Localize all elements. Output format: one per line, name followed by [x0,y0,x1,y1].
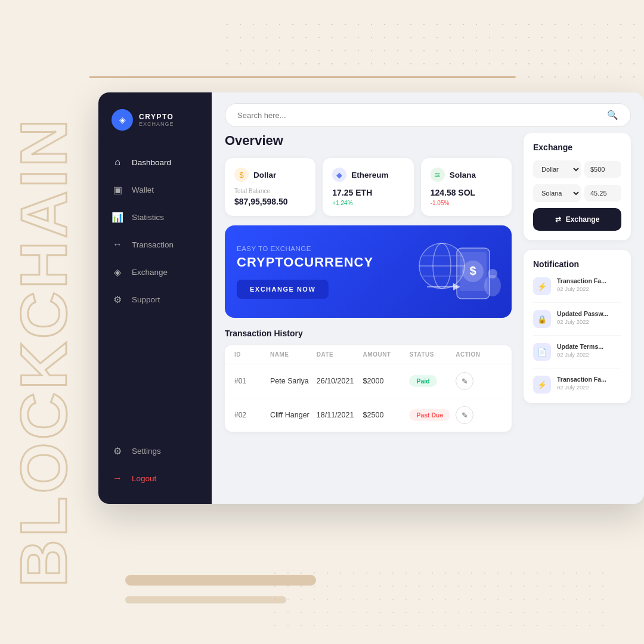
banner-tag: Easy to Exchange [237,245,373,252]
exchange-now-button[interactable]: EXCHANGE NOW [237,280,329,299]
card-label: Total Balance [234,188,306,194]
sidebar-item-label: Support [132,295,160,304]
tx-date: 26/10/2021 [317,377,363,385]
tx-id: #01 [234,377,270,385]
notification-panel: Notification ⚡ Transaction Fa... 02 July… [524,250,631,403]
card-name: Solana [450,171,476,179]
sidebar-item-settings[interactable]: ⚙ Settings [98,437,212,465]
transaction-table: ID NAME DATE AMOUNT STATUS ACTION #01 Pe… [225,345,512,432]
eth-icon: ◆ [332,168,346,182]
sidebar-item-label: Settings [132,447,161,456]
bg-dots-top [221,18,644,89]
notification-item: ⚡ Transaction Fa... 02 July 2022 [533,376,621,394]
col-status: STATUS [409,351,456,358]
sidebar-item-label: Transaction [132,240,174,249]
sidebar-item-dashboard[interactable]: ⌂ Dashboard [98,148,212,176]
banner-title: CRYPTOCURRENCY [237,255,373,270]
search-input[interactable] [237,111,601,120]
tx-amount: $2000 [363,377,410,385]
svg-point-11 [488,269,497,278]
dashboard-window: ◈ CRYPTO EXCHANGE ⌂ Dashboard ▣ Wallet 📊… [98,92,644,504]
tx-id: #02 [234,411,270,419]
notif-content: Updated Passw... 02 July 2022 [557,310,608,325]
bg-line-top [0,76,644,78]
sidebar-item-label: Logout [132,474,156,483]
exchange-button[interactable]: ⇄ Exchange [533,208,621,231]
notif-date: 02 July 2022 [557,286,606,292]
bg-blockchain-text: BLOCKCHAIN [11,116,76,587]
cards-row: $ Dollar Total Balance $87,95,598.50 ◆ E… [225,158,512,216]
exchange-panel-title: Exchange [533,143,621,152]
wallet-icon: ▣ [112,184,123,196]
action-button[interactable]: ✎ [456,372,473,390]
exchange-arrows-icon: ⇄ [555,215,561,224]
card-header: ◆ Ethereum [332,168,404,182]
logo-sub: EXCHANGE [139,121,174,127]
notif-icon-2: 🔒 [533,310,551,328]
tx-date: 18/11/2021 [317,411,363,419]
sidebar-item-label: Statistics [132,213,164,222]
bg-dots-bottom [268,566,614,626]
sidebar-item-label: Dashboard [132,158,171,167]
notif-content: Update Terms... 02 July 2022 [557,343,603,358]
exchange-to-row: Solana Ethereum Dollar [533,184,621,202]
banner-content: Easy to Exchange CRYPTOCURRENCY EXCHANGE… [237,245,373,299]
sidebar-item-support[interactable]: ⚙ Support [98,286,212,313]
tx-name: Pete Sariya [270,377,317,385]
table-header: ID NAME DATE AMOUNT STATUS ACTION [225,345,512,364]
support-icon: ⚙ [112,293,123,305]
content-area: Overview $ Dollar Total Balance $87,95,5… [212,133,644,504]
sidebar-item-statistics[interactable]: 📊 Statistics [98,203,212,231]
notif-content: Transaction Fa... 02 July 2022 [557,376,606,391]
action-button[interactable]: ✎ [456,406,473,424]
notif-icon-4: ⚡ [533,376,551,394]
settings-icon: ⚙ [112,445,123,457]
notification-item: 🔒 Updated Passw... 02 July 2022 [533,310,621,336]
card-name: Ethereum [351,171,388,179]
notif-text: Transaction Fa... [557,376,606,383]
sidebar-item-wallet[interactable]: ▣ Wallet [98,176,212,203]
tx-amount: $2500 [363,411,410,419]
card-value: 124.58 SOL [431,188,502,197]
card-value: $87,95,598.50 [234,197,306,206]
col-date: DATE [317,351,363,358]
to-currency-select[interactable]: Solana Ethereum Dollar [533,184,581,202]
card-change: +1.24% [332,200,404,206]
search-box: 🔍 [225,103,631,127]
logo-icon: ◈ [112,109,133,131]
to-amount-input[interactable] [584,185,621,202]
notification-item: 📄 Update Terms... 02 July 2022 [533,343,621,369]
right-panel-inner: Exchange Dollar Ethereum Solana Solan [524,133,631,403]
tx-status: Paid [409,375,456,387]
from-currency-select[interactable]: Dollar Ethereum Solana [533,160,581,178]
home-icon: ⌂ [112,156,123,168]
transaction-icon: ↔ [112,239,123,250]
sidebar-item-label: Exchange [132,268,168,277]
sidebar-item-transaction[interactable]: ↔ Transaction [98,231,212,258]
tx-status: Past Due [409,409,456,421]
col-amount: AMOUNT [363,351,410,358]
table-row: #01 Pete Sariya 26/10/2021 $2000 Paid ✎ [225,364,512,398]
sidebar-item-logout[interactable]: → Logout [98,465,212,492]
card-header: $ Dollar [234,168,306,182]
sidebar-item-exchange[interactable]: ◈ Exchange [98,258,212,286]
ethereum-card: ◆ Ethereum 17.25 ETH +1.24% [323,158,413,216]
notif-content: Transaction Fa... 02 July 2022 [557,277,606,292]
from-amount-input[interactable] [584,161,621,178]
sol-icon: ≋ [431,168,445,182]
right-panel: Exchange Dollar Ethereum Solana Solan [524,133,631,492]
card-name: Dollar [253,171,276,179]
status-badge: Paid [409,375,436,387]
logo-text: CRYPTO EXCHANGE [139,113,174,127]
status-badge: Past Due [409,409,450,421]
dollar-card: $ Dollar Total Balance $87,95,598.50 [225,158,315,216]
notification-panel-title: Notification [533,259,621,269]
tx-action: ✎ [456,406,502,424]
sidebar: ◈ CRYPTO EXCHANGE ⌂ Dashboard ▣ Wallet 📊… [98,92,212,504]
logo-name: CRYPTO [139,113,174,121]
page-title: Overview [225,133,512,148]
exchange-from-row: Dollar Ethereum Solana [533,160,621,178]
exchange-icon: ◈ [112,266,123,278]
exchange-panel: Exchange Dollar Ethereum Solana Solan [524,133,631,240]
notif-date: 02 July 2022 [557,384,606,391]
